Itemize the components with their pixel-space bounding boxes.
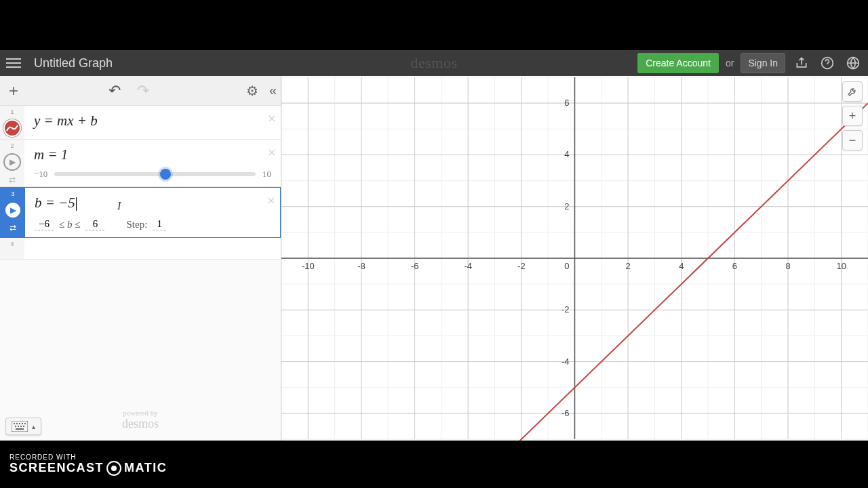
svg-rect-4 [16, 423, 18, 424]
create-account-button[interactable]: Create Account [637, 53, 719, 73]
header-bar: Untitled Graph desmos Create Account or … [0, 50, 868, 76]
expression-index: 1 [0, 106, 24, 139]
play-slider-icon[interactable]: ▶ [4, 201, 22, 219]
svg-text:-6: -6 [561, 408, 570, 418]
svg-text:8: 8 [785, 261, 790, 271]
zoom-out-button[interactable]: − [842, 130, 863, 150]
sidebar-toolbar: + ↶ ↷ ⚙ « [0, 76, 281, 106]
graph-canvas[interactable]: -10-8-6-4-20246810-6-4-2246 + − [281, 76, 868, 441]
svg-text:4: 4 [564, 149, 569, 159]
expression-index: 4 [0, 238, 24, 259]
step-label: Step: [126, 219, 147, 230]
expression-list: 1 y = mx + b × 2 ▶ ⇄ m = 1 [0, 106, 281, 441]
app-window: Untitled Graph desmos Create Account or … [0, 50, 868, 441]
svg-rect-5 [19, 423, 20, 424]
svg-rect-6 [22, 423, 23, 424]
expression-input[interactable]: b = −5 I × ≤ b ≤ Step: [25, 188, 280, 237]
svg-rect-7 [24, 423, 26, 424]
line-color-icon[interactable] [3, 119, 21, 137]
lower-bound-input[interactable] [35, 218, 54, 230]
svg-text:-4: -4 [561, 357, 570, 367]
caret-up-icon: ▴ [32, 423, 35, 430]
keyboard-icon [12, 421, 28, 432]
slider-min[interactable]: −10 [34, 169, 47, 180]
expression-index: 3 ▶ ⇄ [1, 188, 25, 237]
desmos-logo: desmos [411, 54, 458, 72]
menu-icon[interactable] [5, 55, 22, 71]
svg-rect-3 [14, 423, 15, 424]
upper-bound-input[interactable] [85, 218, 104, 230]
watermark-bar: RECORDED WITH SCREENCAST MATIC [0, 441, 868, 488]
ibeam-cursor-icon: I [117, 200, 121, 212]
expression-row[interactable]: 1 y = mx + b × [0, 106, 281, 140]
svg-rect-8 [15, 426, 16, 427]
svg-text:4: 4 [679, 261, 684, 271]
svg-text:-10: -10 [302, 261, 315, 271]
expression-row[interactable]: 2 ▶ ⇄ m = 1 × −10 10 [0, 140, 281, 187]
settings-gear-icon[interactable]: ⚙ [246, 83, 258, 99]
watermark-subtitle: RECORDED WITH [9, 453, 167, 461]
slider-track[interactable] [54, 172, 256, 176]
svg-text:2: 2 [626, 261, 631, 271]
svg-text:2: 2 [564, 201, 569, 211]
expression-row-active[interactable]: 3 ▶ ⇄ b = −5 I × ≤ b ≤ Step: [0, 187, 281, 238]
svg-text:-2: -2 [517, 261, 526, 271]
text-cursor [76, 197, 77, 211]
collapse-panel-icon[interactable]: « [269, 83, 277, 98]
play-slider-icon[interactable]: ▶ [3, 153, 21, 171]
slider-bounds: ≤ b ≤ Step: [35, 218, 271, 230]
delete-expression-icon[interactable]: × [267, 144, 277, 161]
formula-text: b = −5 [35, 195, 75, 211]
watermark-dot-icon [106, 461, 121, 476]
delete-expression-icon[interactable]: × [266, 192, 276, 209]
svg-text:0: 0 [564, 261, 569, 271]
redo-icon[interactable]: ↷ [137, 82, 149, 100]
slider-mode-icon[interactable]: ⇄ [9, 175, 16, 184]
delete-expression-icon[interactable]: × [267, 110, 277, 127]
step-input[interactable] [153, 218, 166, 230]
svg-text:-4: -4 [464, 261, 472, 271]
svg-rect-12 [16, 428, 24, 430]
powered-by-label: powered by desmos [122, 409, 159, 431]
graph-controls: + − [842, 81, 863, 150]
expression-input[interactable]: m = 1 × −10 10 [24, 140, 281, 186]
slider-thumb[interactable] [160, 169, 171, 180]
watermark-title: SCREENCAST MATIC [9, 461, 167, 476]
share-icon[interactable] [792, 54, 811, 73]
formula-text: y = mx + b [34, 113, 98, 129]
svg-rect-10 [20, 426, 22, 427]
expression-input[interactable] [24, 238, 281, 259]
help-icon[interactable] [818, 54, 837, 73]
zoom-in-button[interactable]: + [842, 106, 863, 126]
expression-row-empty[interactable]: 4 [0, 238, 281, 260]
wrench-icon[interactable] [842, 81, 863, 102]
slider-mode-icon[interactable]: ⇄ [9, 223, 16, 232]
or-text: or [726, 58, 734, 68]
slider-control: −10 10 [34, 169, 271, 180]
svg-text:10: 10 [836, 261, 846, 271]
language-icon[interactable] [844, 54, 863, 73]
sign-in-button[interactable]: Sign In [741, 53, 785, 73]
add-expression-button[interactable]: + [4, 81, 23, 100]
svg-rect-11 [23, 426, 24, 427]
svg-text:-8: -8 [357, 261, 366, 271]
graph-svg: -10-8-6-4-20246810-6-4-2246 [281, 76, 868, 441]
expression-input[interactable]: y = mx + b × [24, 106, 281, 139]
svg-rect-9 [18, 426, 19, 427]
expression-sidebar: + ↶ ↷ ⚙ « 1 y = mx + b [0, 76, 281, 441]
svg-text:6: 6 [564, 98, 569, 108]
formula-text: m = 1 [34, 146, 68, 163]
svg-text:-6: -6 [411, 261, 419, 271]
expression-index: 2 ▶ ⇄ [0, 140, 24, 186]
svg-rect-2 [12, 421, 28, 432]
svg-text:-2: -2 [561, 304, 570, 314]
keyboard-toggle-button[interactable]: ▴ [5, 418, 41, 435]
undo-icon[interactable]: ↶ [108, 82, 121, 100]
graph-title[interactable]: Untitled Graph [34, 56, 637, 70]
slider-max[interactable]: 10 [262, 169, 271, 180]
svg-text:6: 6 [732, 261, 737, 271]
